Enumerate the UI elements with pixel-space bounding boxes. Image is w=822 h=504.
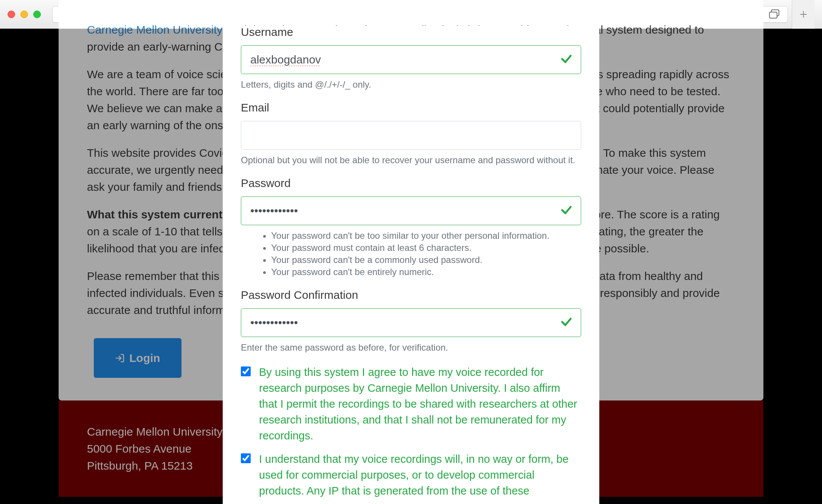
password-input[interactable] [241,196,581,225]
username-label: Username [241,26,581,39]
consent-text-2: I understand that my voice recordings wi… [259,451,581,499]
email-label: Email [241,101,581,114]
list-item: Your password can't be too similar to yo… [271,230,581,241]
username-input[interactable] [241,45,581,74]
new-tab-button[interactable] [792,0,814,29]
maximize-window-button[interactable] [33,11,41,18]
modal-overlay: Username Letters, digits and @/./+/-/_ o… [0,29,822,504]
close-window-button[interactable] [8,11,15,18]
password-confirm-label: Password Confirmation [241,289,581,301]
consent-checkbox-1[interactable] [241,366,251,376]
minimize-window-button[interactable] [20,11,28,18]
traffic-lights [8,11,41,18]
password-requirements: Your password can't be too similar to yo… [241,230,581,277]
signup-modal: Username Letters, digits and @/./+/-/_ o… [223,26,599,504]
email-help: Optional but you will not be able to rec… [241,155,581,165]
svg-rect-18 [769,12,777,18]
show-tabs-button[interactable] [761,6,788,23]
password-confirm-help: Enter the same password as before, for v… [241,342,581,353]
check-icon [560,53,573,67]
consent-text-1: By using this system I agree to have my … [259,364,581,444]
username-help: Letters, digits and @/./+/-/_ only. [241,79,581,90]
check-icon [560,204,573,218]
list-item: Your password must contain at least 6 ch… [271,243,581,253]
list-item: Your password can't be a commonly used p… [271,255,581,265]
password-confirm-input[interactable] [241,308,581,337]
consent-checkbox-2[interactable] [241,453,251,463]
check-icon [560,315,573,330]
password-label: Password [241,177,581,190]
list-item: Your password can't be entirely numeric. [271,267,581,277]
email-input[interactable] [241,121,581,150]
